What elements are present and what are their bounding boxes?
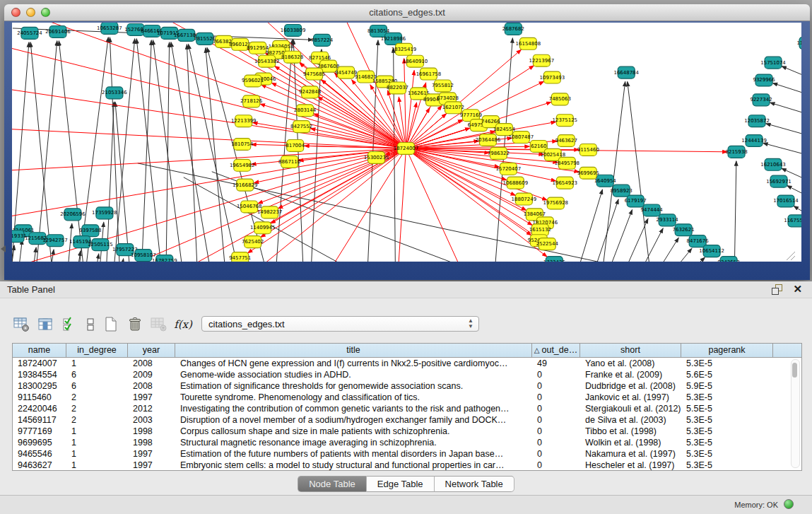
network-edge[interactable] (637, 228, 663, 262)
network-edge[interactable] (304, 148, 406, 262)
network-node[interactable]: 7955812 (432, 80, 454, 92)
network-edge[interactable] (95, 254, 99, 262)
network-node[interactable]: 17359928 (92, 207, 117, 219)
table-row[interactable]: 946554611997Estimation of the future num… (13, 448, 801, 460)
network-edge[interactable] (621, 218, 648, 262)
network-edge[interactable] (18, 240, 22, 262)
table-selector-dropdown[interactable]: citations_edges.txt ▲▼ (201, 316, 479, 332)
network-node[interactable]: 12213967 (529, 54, 555, 66)
table-row[interactable]: 946362711997Embryonic stem cells: a mode… (13, 460, 801, 471)
column-header-pagerank[interactable]: pagerank (681, 344, 773, 357)
collapsed-panel-arrow-icon[interactable] (1, 245, 6, 252)
network-edge[interactable] (770, 103, 801, 115)
network-node[interactable]: 8215938 (726, 146, 748, 158)
network-edge[interactable] (406, 105, 442, 148)
network-node[interactable]: 1117368 (796, 37, 801, 49)
network-node[interactable]: 12444139 (741, 135, 767, 147)
network-node[interactable]: 817004 (286, 140, 305, 152)
network-node[interactable]: 1810754 (231, 139, 254, 151)
network-node[interactable]: 9242848 (299, 86, 321, 98)
network-edge[interactable] (32, 247, 36, 262)
network-node[interactable]: 19654982 (230, 159, 255, 171)
network-edge[interactable] (606, 210, 632, 262)
network-node[interactable]: 9329966 (753, 74, 775, 86)
table-row[interactable]: 1830029562008Estimation of significance … (13, 380, 801, 392)
network-node[interactable]: 8454749 (335, 66, 357, 78)
network-edge[interactable] (166, 42, 170, 262)
network-edge[interactable] (189, 45, 240, 262)
network-edge[interactable] (115, 102, 131, 262)
network-node[interactable]: 12035872 (744, 115, 770, 127)
tab-network-table[interactable]: Network Table (435, 476, 514, 492)
network-node[interactable]: 9397588 (79, 225, 101, 237)
network-edge[interactable] (110, 37, 119, 262)
network-edge[interactable] (782, 66, 801, 79)
network-node[interactable]: 1640954 (594, 175, 617, 187)
network-node[interactable]: 9596021 (242, 75, 264, 87)
network-node[interactable]: 17016514 (773, 195, 799, 207)
network-node[interactable]: 18640910 (403, 55, 428, 67)
network-edge[interactable] (601, 81, 625, 262)
table-row[interactable]: 977716911998Corpus callosum shape and si… (13, 426, 801, 437)
close-panel-icon[interactable]: ✕ (793, 283, 802, 296)
network-edge[interactable] (772, 83, 801, 95)
network-node[interactable]: 7986322 (488, 147, 510, 159)
network-node[interactable]: 8958923 (611, 185, 632, 197)
table-row[interactable]: 2242004622012Investigating the contribut… (13, 403, 801, 414)
network-node[interactable]: 2522544 (536, 238, 559, 250)
network-edge[interactable] (261, 85, 406, 148)
network-node[interactable]: 9475685 (303, 68, 325, 80)
column-header-short[interactable]: short (580, 344, 681, 357)
network-node[interactable]: 1824554 (493, 124, 516, 136)
network-edge[interactable] (653, 238, 678, 262)
network-node[interactable]: 21053346 (102, 87, 127, 99)
network-node[interactable]: 16961758 (416, 68, 442, 80)
window-titlebar[interactable]: citations_edges.txt (4, 4, 810, 21)
network-edge[interactable] (734, 161, 736, 262)
network-node[interactable]: 7485063 (549, 93, 571, 105)
network-node[interactable]: 15720407 (496, 163, 522, 175)
network-node[interactable]: 20206596 (60, 209, 86, 221)
network-node[interactable]: 11675533 (784, 215, 801, 227)
network-edge[interactable] (35, 41, 57, 262)
network-node[interactable]: 9699695 (577, 167, 599, 179)
network-edge[interactable] (763, 143, 801, 156)
network-node[interactable]: 19654923 (553, 177, 578, 189)
table-row[interactable]: 1872400712008Changes of HCN gene express… (13, 358, 801, 369)
table-row[interactable]: 1456911722003Disruption of a novel membe… (13, 414, 801, 426)
network-edge[interactable] (791, 256, 795, 260)
new-column-button[interactable] (102, 315, 120, 334)
column-header-in_degree[interactable]: in_degree (66, 344, 128, 357)
memory-status-indicator[interactable] (784, 499, 794, 509)
network-node[interactable]: 12375125 (553, 115, 578, 127)
network-node[interactable]: 9243652 (718, 257, 740, 262)
column-header-year[interactable]: year (128, 344, 175, 357)
row-display-button[interactable] (85, 315, 96, 334)
network-node[interactable]: 6179197 (625, 195, 647, 207)
delete-column-button[interactable] (126, 315, 144, 334)
network-canvas[interactable]: 2405572420691406106532871527602846616010… (12, 23, 801, 262)
network-node[interactable]: 2933114 (657, 214, 679, 226)
tab-node-table[interactable]: Node Table (298, 476, 367, 492)
network-node[interactable]: 2718126 (240, 95, 262, 107)
network-node[interactable]: 7625402 (242, 236, 264, 248)
network-node[interactable]: 19756928 (543, 197, 569, 209)
network-node[interactable]: 1621072 (442, 102, 464, 114)
network-edge[interactable] (120, 259, 124, 262)
network-node[interactable]: 8427552 (290, 121, 312, 133)
network-node[interactable]: 8186328 (281, 51, 303, 63)
network-edge[interactable] (766, 124, 801, 136)
network-edge[interactable] (628, 81, 651, 262)
table-row[interactable]: 911546021997Tourette syndrome. Phenomeno… (13, 392, 801, 403)
network-edge[interactable] (113, 39, 135, 262)
formula-builder-button[interactable]: f(x) (174, 315, 192, 334)
show-columns-button[interactable] (37, 315, 55, 334)
network-node[interactable]: 10688609 (503, 177, 529, 189)
network-edge[interactable] (575, 189, 602, 262)
network-edge[interactable] (311, 49, 322, 262)
network-node[interactable]: 16154808 (516, 37, 541, 49)
table-row[interactable]: 1938455462009Genome-wide association stu… (13, 369, 801, 380)
network-edge[interactable] (187, 45, 197, 262)
table-scrollbar-thumb[interactable] (792, 363, 797, 378)
select-columns-button[interactable] (61, 315, 79, 334)
